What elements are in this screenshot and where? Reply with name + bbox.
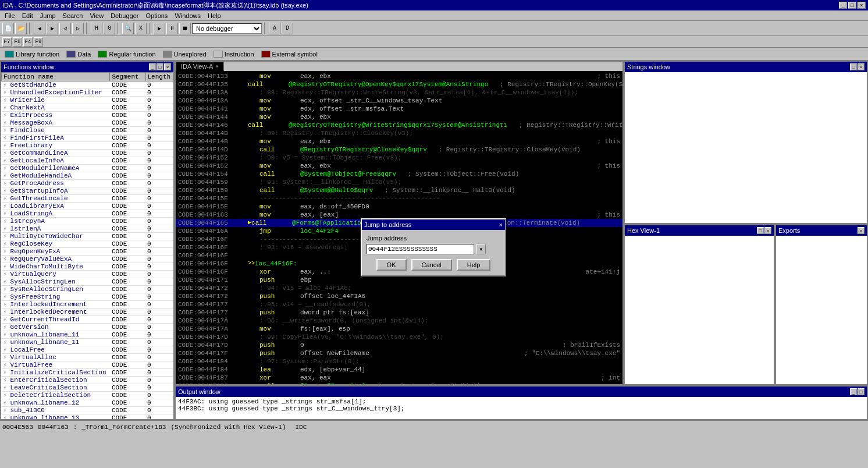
tb-attach[interactable]: A <box>269 23 280 34</box>
function-row[interactable]: ⚡ VirtualAlloc CODE 0 <box>2 354 173 361</box>
maximize-button[interactable]: □ <box>848 2 856 9</box>
code-line[interactable]: CODE:0044F189 call @System@ParamStr$qqri… <box>176 382 622 384</box>
strings-options[interactable]: □ <box>850 63 857 70</box>
tb-prev[interactable]: ◁ <box>59 23 71 34</box>
tb-hex[interactable]: H <box>91 23 102 34</box>
code-line[interactable]: CODE:0044F14B mov eax, ebx ; this <box>176 137 622 146</box>
tb-back[interactable]: ◀ <box>34 23 45 34</box>
tb-next[interactable]: ▷ <box>72 23 84 34</box>
menu-search[interactable]: Search <box>59 12 87 20</box>
function-row[interactable]: ⚡ unknown_libname_11 CODE 0 <box>2 339 173 346</box>
jump-help-button[interactable]: Help <box>457 259 491 271</box>
function-row[interactable]: ⚡ unknown_libname_13 CODE 0 <box>2 414 173 420</box>
function-row[interactable]: ⚡ MultiByteToWideChar CODE 0 <box>2 233 173 240</box>
tb-run[interactable]: ▶ <box>154 23 165 34</box>
function-row[interactable]: ⚡ ExitProcess CODE 0 <box>2 112 173 119</box>
tb-step-into[interactable]: F7 <box>2 37 12 47</box>
code-line[interactable]: CODE:0044F177 push dword ptr fs:[eax] <box>176 309 622 317</box>
menu-windows[interactable]: Windows <box>171 12 204 20</box>
tb-run-to[interactable]: F9 <box>34 37 43 47</box>
function-row[interactable]: ⚡ FindClose CODE 0 <box>2 127 173 134</box>
code-line[interactable]: CODE:0044F159 ; 91: System::__linkproc__… <box>176 178 622 186</box>
strings-content[interactable] <box>625 72 867 223</box>
function-row[interactable]: ⚡ GetModuleHandleA CODE 0 <box>2 172 173 180</box>
menu-file[interactable]: File <box>1 12 19 20</box>
menu-edit[interactable]: Edit <box>19 12 37 20</box>
menu-jump[interactable]: Jump <box>37 12 59 20</box>
tb-new[interactable]: 📄 <box>2 23 14 34</box>
menu-options[interactable]: Options <box>142 12 171 20</box>
code-line[interactable]: CODE:0044F144 mov eax, ebx <box>176 113 622 121</box>
function-row[interactable]: ⚡ SysFreeString CODE 0 <box>2 293 173 301</box>
function-row[interactable]: ⚡ LoadStringA CODE 0 <box>2 210 173 218</box>
output-minimize[interactable]: _ <box>850 388 857 395</box>
code-line[interactable]: CODE:0044F15E mov eax, ds:off_450FD0 <box>176 203 622 211</box>
function-row[interactable]: ⚡ GetCommandLineA CODE 0 <box>2 150 173 157</box>
tb-forward[interactable]: ▶ <box>47 23 58 34</box>
function-row[interactable]: ⚡ sub_413C0 CODE 0 <box>2 407 173 414</box>
exports-content[interactable] <box>776 236 867 384</box>
tb-detach[interactable]: D <box>282 23 293 34</box>
function-row[interactable]: ⚡ RegOpenKeyExA CODE 0 <box>2 248 173 256</box>
function-row[interactable]: ⚡ lstrcpynA CODE 0 <box>2 218 173 225</box>
tb-step-out[interactable]: F4 <box>23 37 33 47</box>
debugger-select[interactable]: No debugger <box>192 23 262 34</box>
function-row[interactable]: ⚡ FindFirstFileA CODE 0 <box>2 134 173 142</box>
code-line[interactable]: CODE:0044F17A mov fs:[eax], esp <box>176 325 622 333</box>
function-row[interactable]: ⚡ MessageBoxA CODE 0 <box>2 119 173 127</box>
function-row[interactable]: ⚡ unknown_libname_11 CODE 0 <box>2 331 173 339</box>
function-row[interactable]: ⚡ GetProcAddress CODE 0 <box>2 180 173 187</box>
code-line[interactable]: CODE:0044F152 ; 90: v5 = System::TObject… <box>176 154 622 162</box>
functions-list-scroll[interactable]: Function name Segment Length ⚡ GetStdHan… <box>1 72 173 419</box>
code-line[interactable]: CODE:0044F133 mov eax, ebx ; this <box>176 72 622 80</box>
function-row[interactable]: ⚡ EnterCriticalSection CODE 0 <box>2 377 173 384</box>
output-content[interactable]: 44F3AC: using guessed type _strings str_… <box>176 397 867 419</box>
function-row[interactable]: ⚡ GetCurrentThreadId CODE 0 <box>2 316 173 324</box>
function-row[interactable]: ⚡ VirtualFree CODE 0 <box>2 361 173 369</box>
jump-address-input[interactable] <box>367 244 474 254</box>
function-row[interactable]: ⚡ WideCharToMultiByte CODE 0 <box>2 263 173 271</box>
tb-step-over[interactable]: F8 <box>13 37 22 47</box>
function-row[interactable]: ⚡ LeaveCriticalSection CODE 0 <box>2 384 173 392</box>
function-row[interactable]: ⚡ DeleteCriticalSection CODE 0 <box>2 392 173 399</box>
code-line[interactable]: CODE:0044F177 ; 95: v14 = __readfsdword(… <box>176 300 622 309</box>
function-row[interactable]: ⚡ InterlockedIncrement CODE 0 <box>2 301 173 309</box>
code-line[interactable]: CODE:0044F17D push 0 ; bFailIfExists <box>176 341 622 349</box>
function-row[interactable]: ⚡ LoadLibraryExA CODE 0 <box>2 203 173 210</box>
code-line[interactable]: CODE:0044F17A ; 96: __writefsdword(0, (u… <box>176 317 622 325</box>
function-row[interactable]: ⚡ CharNextA CODE 0 <box>2 104 173 112</box>
code-line[interactable]: CODE:0044F172 ; 94: v15 = &loc_44F1A6; <box>176 284 622 292</box>
function-row[interactable]: ⚡ RegQueryValueExA CODE 0 <box>2 256 173 263</box>
function-row[interactable]: ⚡ WriteFile CODE 0 <box>2 97 173 104</box>
function-row[interactable]: ⚡ lstrlenA CODE 0 <box>2 225 173 233</box>
code-line[interactable]: CODE:0044F141 mov edx, offset _str_msfsa… <box>176 105 622 113</box>
code-line[interactable]: CODE:0044F15E --------------------------… <box>176 194 622 203</box>
code-line[interactable]: CODE:0044F14D call @RegistryOTRegistry@C… <box>176 146 622 154</box>
exports-close[interactable]: × <box>858 227 865 234</box>
tb-stop[interactable]: ⏹ <box>179 23 191 34</box>
hex-close[interactable]: × <box>764 227 771 234</box>
function-row[interactable]: ⚡ SysReAllocStringLen CODE 0 <box>2 286 173 293</box>
code-line[interactable]: CODE:0044F154 call @System@TObject@Free$… <box>176 170 622 178</box>
function-row[interactable]: ⚡ GetThreadLocale CODE 0 <box>2 195 173 203</box>
function-row[interactable]: ⚡ InitializeCriticalSection CODE 0 <box>2 369 173 377</box>
function-row[interactable]: ⚡ UnhandledExceptionFilter CODE 0 <box>2 89 173 97</box>
code-line[interactable]: CODE:0044F172 push offset loc_44F1A6 <box>176 292 622 300</box>
code-line[interactable]: CODE:0044F13A mov ecx, offset _str_C__wi… <box>176 97 622 105</box>
code-line[interactable]: CODE:0044F171 push ebp <box>176 276 622 284</box>
jump-ok-button[interactable]: OK <box>376 259 407 271</box>
function-row[interactable]: ⚡ GetStdHandle CODE 0 <box>2 81 173 89</box>
function-row[interactable]: ⚡ LocalFree CODE 0 <box>2 346 173 354</box>
code-line[interactable]: CODE:0044F163 mov eax, [eax] ; this <box>176 211 622 219</box>
jump-cancel-button[interactable]: Cancel <box>411 259 452 271</box>
code-line[interactable]: CODE:0044F152 mov eax, ebx ; this <box>176 162 622 170</box>
tb-pause[interactable]: ⏸ <box>166 23 178 34</box>
code-line[interactable]: CODE:0044F13A ; 88: Registry::TRegistry:… <box>176 88 622 97</box>
code-line[interactable]: CODE:0044F14B ; 89: Registry::TRegistry:… <box>176 129 622 137</box>
hex-content[interactable] <box>625 236 774 384</box>
ida-view-tab[interactable]: IDA View-A × <box>176 62 224 71</box>
hex-options[interactable]: □ <box>757 227 764 234</box>
function-row[interactable]: ⚡ GetStartupInfoA CODE 0 <box>2 187 173 195</box>
output-maximize[interactable]: □ <box>858 388 865 395</box>
jump-dropdown[interactable]: ▼ <box>476 244 486 254</box>
